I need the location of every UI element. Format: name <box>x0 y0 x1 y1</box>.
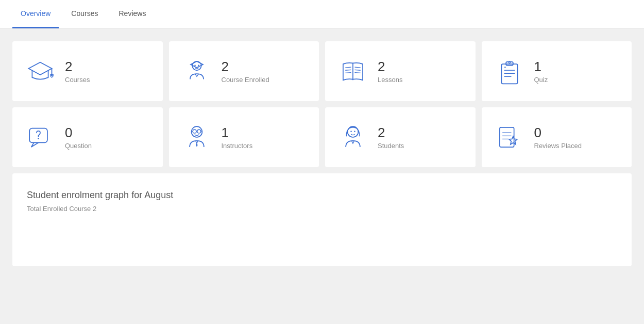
stat-info-lessons: 2 Lessons <box>378 59 402 84</box>
graph-section: Student enrolment graph for August Total… <box>12 173 632 266</box>
svg-line-26 <box>200 131 202 132</box>
svg-line-9 <box>345 73 351 73</box>
tab-reviews[interactable]: Reviews <box>111 0 155 28</box>
svg-point-15 <box>509 61 510 63</box>
main-content: 2 Courses <box>0 29 644 279</box>
stat-info-courses: 2 Courses <box>65 59 90 84</box>
svg-line-25 <box>191 131 193 132</box>
quiz-number: 1 <box>534 59 548 75</box>
svg-line-8 <box>345 70 351 70</box>
stat-info-question: 0 Question <box>65 125 92 150</box>
graduation-cap-icon <box>25 56 56 87</box>
stat-info-course-enrolled: 2 Course Enrolled <box>222 59 269 84</box>
reviews-placed-number: 0 <box>534 125 582 141</box>
stat-card-quiz: 1 Quiz <box>482 41 632 101</box>
svg-rect-30 <box>499 127 514 147</box>
stat-card-reviews-placed: 0 Reviews Placed <box>482 107 632 167</box>
students-number: 2 <box>378 125 404 141</box>
stat-info-reviews-placed: 0 Reviews Placed <box>534 125 582 150</box>
stat-info-students: 2 Students <box>378 125 404 150</box>
course-enrolled-number: 2 <box>222 59 269 75</box>
svg-point-6 <box>198 64 199 66</box>
svg-point-22 <box>193 129 196 133</box>
svg-rect-13 <box>501 64 517 84</box>
svg-point-23 <box>197 129 200 133</box>
course-enrolled-label: Course Enrolled <box>222 76 269 84</box>
svg-point-5 <box>194 64 196 66</box>
student-enrolled-icon <box>181 56 212 87</box>
top-navigation: Overview Courses Reviews <box>0 0 644 29</box>
svg-point-28 <box>350 131 352 132</box>
question-number: 0 <box>65 125 92 141</box>
graph-title: Student enrolment graph for August <box>27 190 617 201</box>
lessons-number: 2 <box>378 59 402 75</box>
stat-info-instructors: 1 Instructors <box>222 125 253 150</box>
instructors-number: 1 <box>222 125 253 141</box>
stats-row-1: 2 Courses <box>12 41 632 101</box>
svg-point-29 <box>354 131 355 132</box>
stat-card-course-enrolled: 2 Course Enrolled <box>169 41 319 101</box>
book-icon <box>337 56 368 87</box>
stats-row-2: 0 Question <box>12 107 632 167</box>
review-star-icon <box>494 122 525 153</box>
question-label: Question <box>65 142 92 150</box>
svg-line-11 <box>354 70 360 70</box>
tab-overview[interactable]: Overview <box>12 0 59 28</box>
instructors-label: Instructors <box>222 142 253 150</box>
stat-card-students: 2 Students <box>325 107 476 167</box>
lessons-label: Lessons <box>378 76 402 84</box>
student-icon <box>337 122 368 153</box>
reviews-placed-label: Reviews Placed <box>534 142 582 150</box>
instructor-icon <box>181 122 212 153</box>
svg-line-10 <box>354 67 360 68</box>
question-bubble-icon <box>25 122 56 153</box>
svg-line-12 <box>354 73 360 73</box>
stat-card-lessons: 2 Lessons <box>325 41 476 101</box>
svg-point-20 <box>38 138 39 139</box>
stat-card-courses: 2 Courses <box>12 41 163 101</box>
stat-card-instructors: 1 Instructors <box>169 107 319 167</box>
students-label: Students <box>378 142 404 150</box>
graph-subtitle: Total Enrolled Course 2 <box>27 205 617 213</box>
courses-label: Courses <box>65 76 90 84</box>
quiz-label: Quiz <box>534 76 548 84</box>
stat-card-question: 0 Question <box>12 107 163 167</box>
stat-info-quiz: 1 Quiz <box>534 59 548 84</box>
courses-number: 2 <box>65 59 90 75</box>
clipboard-icon <box>494 56 525 87</box>
svg-point-2 <box>50 74 53 76</box>
svg-line-7 <box>345 67 351 68</box>
tab-courses[interactable]: Courses <box>63 0 106 28</box>
